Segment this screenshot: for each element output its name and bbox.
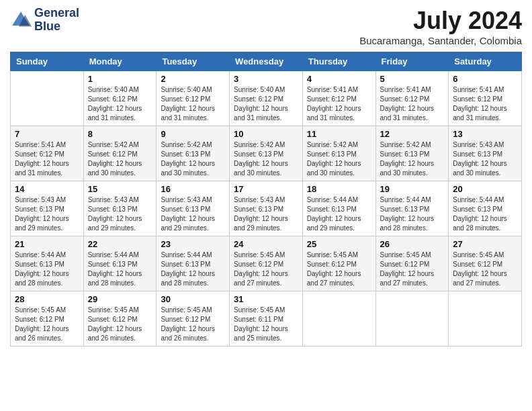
calendar-cell: 30 Sunrise: 5:45 AMSunset: 6:12 PMDaylig…: [157, 291, 230, 347]
day-number: 29: [88, 294, 152, 304]
calendar-cell: [449, 291, 522, 347]
day-info: Sunrise: 5:40 AMSunset: 6:12 PMDaylight:…: [88, 85, 152, 123]
calendar-cell: 4 Sunrise: 5:41 AMSunset: 6:12 PMDayligh…: [302, 71, 375, 126]
calendar-cell: 1 Sunrise: 5:40 AMSunset: 6:12 PMDayligh…: [83, 71, 157, 126]
calendar-cell: 2 Sunrise: 5:40 AMSunset: 6:12 PMDayligh…: [157, 71, 230, 126]
day-info: Sunrise: 5:44 AMSunset: 6:13 PMDaylight:…: [380, 195, 445, 233]
day-number: 6: [453, 74, 517, 84]
header-row: Sunday Monday Tuesday Wednesday Thursday…: [11, 52, 522, 71]
day-number: 9: [161, 129, 225, 139]
month-title: July 2024: [359, 7, 522, 35]
day-number: 30: [161, 294, 225, 304]
day-info: Sunrise: 5:45 AMSunset: 6:12 PMDaylight:…: [15, 306, 79, 343]
day-info: Sunrise: 5:44 AMSunset: 6:13 PMDaylight:…: [453, 195, 517, 233]
col-thursday: Thursday: [302, 52, 375, 71]
day-number: 23: [161, 239, 225, 249]
calendar-cell: 7 Sunrise: 5:41 AMSunset: 6:12 PMDayligh…: [11, 126, 84, 181]
logo-text: General Blue: [34, 7, 79, 34]
day-info: Sunrise: 5:42 AMSunset: 6:12 PMDaylight:…: [88, 140, 152, 178]
day-number: 15: [88, 184, 152, 194]
day-info: Sunrise: 5:45 AMSunset: 6:12 PMDaylight:…: [380, 250, 445, 288]
calendar-week-row: 1 Sunrise: 5:40 AMSunset: 6:12 PMDayligh…: [11, 71, 522, 126]
day-info: Sunrise: 5:43 AMSunset: 6:13 PMDaylight:…: [15, 195, 79, 233]
day-info: Sunrise: 5:45 AMSunset: 6:12 PMDaylight:…: [234, 250, 298, 288]
day-number: 13: [453, 129, 517, 139]
col-tuesday: Tuesday: [157, 52, 230, 71]
calendar-cell: 3 Sunrise: 5:40 AMSunset: 6:12 PMDayligh…: [230, 71, 303, 126]
day-number: 5: [380, 74, 445, 84]
day-number: 20: [453, 184, 517, 194]
day-number: 18: [307, 184, 371, 194]
day-number: 25: [307, 239, 371, 249]
day-info: Sunrise: 5:43 AMSunset: 6:13 PMDaylight:…: [234, 195, 298, 233]
day-info: Sunrise: 5:40 AMSunset: 6:12 PMDaylight:…: [234, 85, 298, 123]
day-number: 17: [234, 184, 298, 194]
logo-icon: [10, 9, 32, 31]
day-number: 31: [234, 294, 298, 304]
calendar-cell: 12 Sunrise: 5:42 AMSunset: 6:13 PMDaylig…: [375, 126, 449, 181]
day-info: Sunrise: 5:44 AMSunset: 6:13 PMDaylight:…: [88, 250, 152, 288]
day-info: Sunrise: 5:45 AMSunset: 6:12 PMDaylight:…: [453, 250, 517, 288]
day-number: 19: [380, 184, 445, 194]
day-info: Sunrise: 5:42 AMSunset: 6:13 PMDaylight:…: [380, 140, 445, 178]
day-number: 14: [15, 184, 79, 194]
calendar-cell: 24 Sunrise: 5:45 AMSunset: 6:12 PMDaylig…: [230, 236, 303, 291]
calendar-cell: 27 Sunrise: 5:45 AMSunset: 6:12 PMDaylig…: [449, 236, 522, 291]
day-info: Sunrise: 5:41 AMSunset: 6:12 PMDaylight:…: [307, 85, 371, 123]
day-number: 16: [161, 184, 225, 194]
day-info: Sunrise: 5:44 AMSunset: 6:13 PMDaylight:…: [307, 195, 371, 233]
col-wednesday: Wednesday: [230, 52, 303, 71]
calendar-cell: [375, 291, 449, 347]
calendar-cell: 9 Sunrise: 5:42 AMSunset: 6:13 PMDayligh…: [157, 126, 230, 181]
day-number: 21: [15, 239, 79, 249]
day-info: Sunrise: 5:43 AMSunset: 6:13 PMDaylight:…: [453, 140, 517, 178]
calendar-cell: 5 Sunrise: 5:41 AMSunset: 6:12 PMDayligh…: [375, 71, 449, 126]
calendar-cell: 26 Sunrise: 5:45 AMSunset: 6:12 PMDaylig…: [375, 236, 449, 291]
header: General Blue July 2024 Bucaramanga, Sant…: [10, 7, 522, 46]
calendar-cell: 31 Sunrise: 5:45 AMSunset: 6:11 PMDaylig…: [230, 291, 303, 347]
calendar-cell: 20 Sunrise: 5:44 AMSunset: 6:13 PMDaylig…: [449, 181, 522, 236]
day-info: Sunrise: 5:43 AMSunset: 6:13 PMDaylight:…: [161, 195, 225, 233]
calendar-cell: 22 Sunrise: 5:44 AMSunset: 6:13 PMDaylig…: [83, 236, 157, 291]
calendar-cell: 23 Sunrise: 5:44 AMSunset: 6:13 PMDaylig…: [157, 236, 230, 291]
title-section: July 2024 Bucaramanga, Santander, Colomb…: [359, 7, 522, 46]
day-number: 10: [234, 129, 298, 139]
calendar-cell: [302, 291, 375, 347]
day-number: 7: [15, 129, 79, 139]
calendar-table: Sunday Monday Tuesday Wednesday Thursday…: [10, 52, 522, 347]
day-number: 27: [453, 239, 517, 249]
calendar-cell: 29 Sunrise: 5:45 AMSunset: 6:12 PMDaylig…: [83, 291, 157, 347]
logo: General Blue: [10, 7, 79, 34]
calendar-week-row: 28 Sunrise: 5:45 AMSunset: 6:12 PMDaylig…: [11, 291, 522, 347]
day-number: 12: [380, 129, 445, 139]
day-info: Sunrise: 5:40 AMSunset: 6:12 PMDaylight:…: [161, 85, 225, 123]
day-info: Sunrise: 5:42 AMSunset: 6:13 PMDaylight:…: [161, 140, 225, 178]
day-number: 4: [307, 74, 371, 84]
calendar-cell: 6 Sunrise: 5:41 AMSunset: 6:12 PMDayligh…: [449, 71, 522, 126]
day-info: Sunrise: 5:42 AMSunset: 6:13 PMDaylight:…: [234, 140, 298, 178]
col-monday: Monday: [83, 52, 157, 71]
calendar-cell: 17 Sunrise: 5:43 AMSunset: 6:13 PMDaylig…: [230, 181, 303, 236]
calendar-cell: 10 Sunrise: 5:42 AMSunset: 6:13 PMDaylig…: [230, 126, 303, 181]
location-title: Bucaramanga, Santander, Colombia: [359, 35, 522, 46]
day-number: 1: [88, 74, 152, 84]
col-saturday: Saturday: [449, 52, 522, 71]
day-number: 3: [234, 74, 298, 84]
day-info: Sunrise: 5:45 AMSunset: 6:12 PMDaylight:…: [161, 306, 225, 343]
calendar-cell: 28 Sunrise: 5:45 AMSunset: 6:12 PMDaylig…: [11, 291, 84, 347]
calendar-cell: 8 Sunrise: 5:42 AMSunset: 6:12 PMDayligh…: [83, 126, 157, 181]
day-info: Sunrise: 5:43 AMSunset: 6:13 PMDaylight:…: [88, 195, 152, 233]
calendar-cell: 11 Sunrise: 5:42 AMSunset: 6:13 PMDaylig…: [302, 126, 375, 181]
day-number: 22: [88, 239, 152, 249]
day-number: 28: [15, 294, 79, 304]
calendar-week-row: 14 Sunrise: 5:43 AMSunset: 6:13 PMDaylig…: [11, 181, 522, 236]
day-info: Sunrise: 5:41 AMSunset: 6:12 PMDaylight:…: [453, 85, 517, 123]
day-number: 11: [307, 129, 371, 139]
day-info: Sunrise: 5:41 AMSunset: 6:12 PMDaylight:…: [15, 140, 79, 178]
day-number: 26: [380, 239, 445, 249]
day-number: 24: [234, 239, 298, 249]
day-info: Sunrise: 5:42 AMSunset: 6:13 PMDaylight:…: [307, 140, 371, 178]
day-info: Sunrise: 5:44 AMSunset: 6:13 PMDaylight:…: [15, 250, 79, 288]
calendar-cell: 16 Sunrise: 5:43 AMSunset: 6:13 PMDaylig…: [157, 181, 230, 236]
col-friday: Friday: [375, 52, 449, 71]
